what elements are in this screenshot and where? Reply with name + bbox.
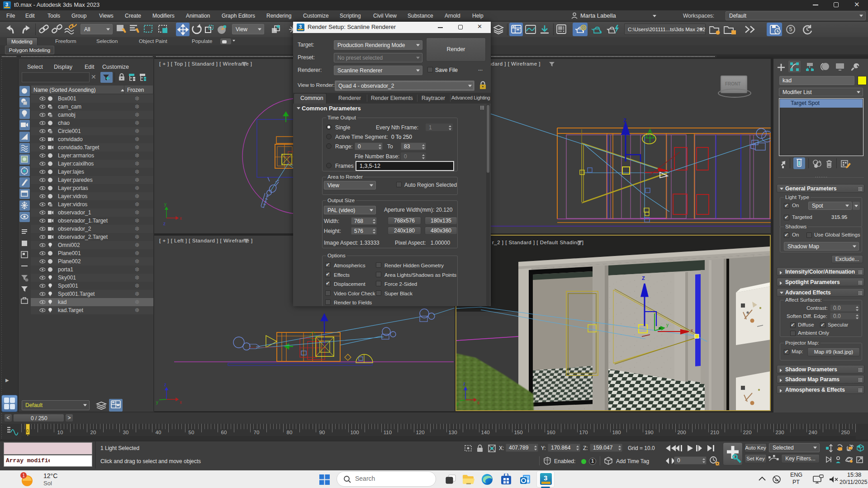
svg-text:y: y	[456, 401, 459, 406]
svg-text:x: x	[180, 400, 182, 405]
svg-text:1: 1	[23, 473, 25, 478]
svg-text:x: x	[477, 400, 479, 405]
svg-text:z: z	[163, 221, 166, 226]
svg-text:y: y	[156, 400, 158, 405]
svg-text:Z: Z	[642, 275, 645, 281]
svg-text:Z: Z	[623, 118, 626, 123]
svg-text:y: y	[666, 322, 669, 327]
svg-text:x: x	[691, 328, 693, 333]
svg-text:z: z	[164, 382, 166, 387]
svg-text:x: x	[670, 167, 673, 172]
svg-text:z: z	[463, 381, 465, 386]
svg-text:y: y	[164, 202, 166, 207]
svg-text:x: x	[180, 216, 182, 221]
